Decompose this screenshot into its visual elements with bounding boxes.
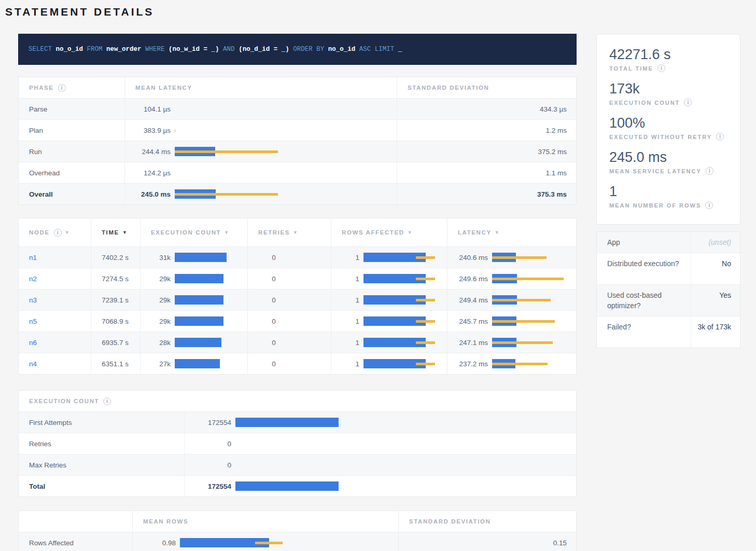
info-icon[interactable]: i	[705, 201, 713, 209]
detail-value: 3k of 173k	[691, 316, 739, 348]
mean-rows-value: 0.98	[137, 539, 176, 547]
stat-label: MEAN NUMBER OF ROWSi	[609, 201, 727, 209]
rows-affected-table-header: MEAN ROWS STANDARD DEVIATION	[19, 511, 576, 532]
rows-affected-column-header[interactable]: ROWS AFFECTED ▼	[331, 218, 447, 246]
execution-count-bar	[175, 274, 284, 283]
rows-affected-cell: 1	[331, 247, 447, 268]
execution-count-value: 29k	[145, 318, 171, 325]
execution-count-bar	[175, 359, 284, 368]
table-row: Total 172554	[19, 475, 576, 497]
info-icon[interactable]: i	[58, 84, 66, 92]
stat-label-text: EXECUTION COUNT	[609, 100, 680, 106]
stat-value: 245.0 ms	[609, 149, 727, 166]
node-link[interactable]: n3	[29, 296, 37, 304]
time-column-header[interactable]: TIME ▼	[91, 218, 141, 246]
phase-table: PHASE i MEAN LATENCY STANDARD DEVIATION …	[18, 77, 577, 205]
stddev-whisker	[255, 542, 283, 544]
execution-count-column-header[interactable]: EXECUTION COUNT ▼	[141, 218, 248, 246]
node-cell: n4	[19, 353, 91, 374]
detail-value: No	[691, 253, 739, 284]
execution-count-value: 29k	[145, 275, 171, 283]
stat-value: 1	[609, 184, 727, 200]
node-link[interactable]: n6	[29, 339, 37, 347]
table-row: n4 6351.1 s 27k 0 1 237.2 ms	[19, 353, 576, 374]
detail-label: App	[597, 232, 691, 253]
rows-affected-table: MEAN ROWS STANDARD DEVIATION Rows Affect…	[18, 511, 577, 551]
mean-latency-cell: 383.9 µs	[125, 120, 397, 141]
latency-bar	[175, 126, 284, 135]
stat-value: 173k	[609, 81, 727, 97]
info-icon[interactable]: i	[657, 64, 665, 72]
mean-rows-bar	[180, 538, 289, 547]
table-row: Plan 383.9 µs 1.2 ms	[19, 119, 576, 141]
details-table: App (unset) Distributed execution? No Us…	[596, 231, 740, 348]
rows-affected-cell: 1	[331, 290, 447, 310]
node-cell: n1	[19, 247, 91, 268]
side-column: 42271.6 s TOTAL TIMEi 173k EXECUTION COU…	[596, 34, 740, 348]
mean-latency-column-header: MEAN LATENCY	[125, 77, 397, 98]
mean-bar	[175, 295, 223, 305]
mean-bar	[235, 418, 339, 427]
execution-count-cell: 27k	[141, 353, 248, 374]
info-icon[interactable]: i	[684, 99, 692, 106]
node-table-header: NODE i ▼ TIME ▼ EXECUTION COUNT ▼ RETRIE…	[19, 218, 576, 246]
stddev-whisker	[416, 299, 435, 301]
info-icon[interactable]: i	[716, 133, 724, 141]
info-icon[interactable]: i	[103, 397, 111, 405]
rows-affected-cell: 1	[331, 332, 447, 353]
time-cell: 7068.9 s	[91, 311, 141, 332]
stddev-whisker	[416, 341, 435, 344]
row-label: Rows Affected	[19, 532, 133, 551]
table-row: First Attempts 172554	[19, 411, 576, 433]
rows-affected-cell: 1	[331, 268, 447, 289]
stat-mean-number-of-rows: 1 MEAN NUMBER OF ROWSi	[609, 184, 727, 209]
latency-bar	[492, 253, 601, 262]
stat-value: 42271.6 s	[609, 47, 727, 63]
node-link[interactable]: n2	[29, 275, 37, 283]
node-column-header[interactable]: NODE i ▼	[19, 218, 91, 246]
time-cell: 6935.7 s	[91, 332, 141, 353]
execution-count-cell: 28k	[141, 332, 248, 353]
table-row: Rows Affected 0.98 0.15	[19, 532, 576, 551]
execution-count-value: 28k	[145, 339, 171, 347]
execution-count-bar	[175, 295, 284, 305]
info-icon[interactable]: i	[706, 167, 713, 175]
main-column: SELECT no_o_id FROM new_order WHERE (no_…	[18, 34, 577, 551]
stddev-whisker	[175, 129, 175, 132]
node-cell: n2	[19, 268, 91, 289]
latency-bar	[492, 359, 601, 368]
table-row: Max Retries 0	[19, 454, 576, 475]
execution-count-bar	[175, 253, 284, 262]
node-link[interactable]: n5	[29, 318, 37, 325]
standard-deviation-header-label: STANDARD DEVIATION	[408, 85, 489, 91]
detail-row-app: App (unset)	[597, 232, 740, 253]
table-row: n6 6935.7 s 28k 0 1 247.1 ms	[19, 332, 576, 353]
table-row: n3 7239.1 s 29k 0 1 249.4 ms	[19, 289, 576, 310]
detail-label: Used cost-based optimizer?	[597, 285, 691, 316]
mean-bar	[175, 338, 221, 347]
rows-affected-bar	[363, 316, 472, 326]
phase-label: Parse	[19, 99, 125, 119]
execution-count-cell: 29k	[141, 290, 248, 310]
rows-affected-bar	[363, 295, 472, 305]
rows-affected-value: 1	[335, 254, 359, 261]
time-cell: 6351.1 s	[91, 353, 141, 374]
rows-affected-value: 1	[335, 339, 359, 347]
sql-query: SELECT no_o_id FROM new_order WHERE (no_…	[29, 46, 402, 53]
detail-label: Failed?	[597, 316, 691, 348]
node-table: NODE i ▼ TIME ▼ EXECUTION COUNT ▼ RETRIE…	[18, 218, 577, 375]
stddev-whisker	[492, 341, 553, 344]
execution-count-value: 31k	[145, 254, 171, 261]
latency-column-header[interactable]: LATENCY ▼	[447, 218, 577, 246]
execution-count-table: EXECUTION COUNT i First Attempts 172554 …	[18, 390, 577, 497]
node-link[interactable]: n1	[29, 254, 37, 261]
info-icon[interactable]: i	[54, 229, 62, 237]
node-cell: n6	[19, 332, 91, 353]
stddev-whisker	[492, 299, 551, 301]
node-link[interactable]: n4	[29, 360, 37, 368]
phase-label: Plan	[19, 120, 125, 141]
phase-header-label: PHASE	[29, 85, 54, 91]
stddev-cell: 434.3 µs	[397, 99, 577, 119]
stat-execution-count: 173k EXECUTION COUNTi	[609, 81, 727, 106]
retries-column-header[interactable]: RETRIES ▼	[248, 218, 331, 246]
